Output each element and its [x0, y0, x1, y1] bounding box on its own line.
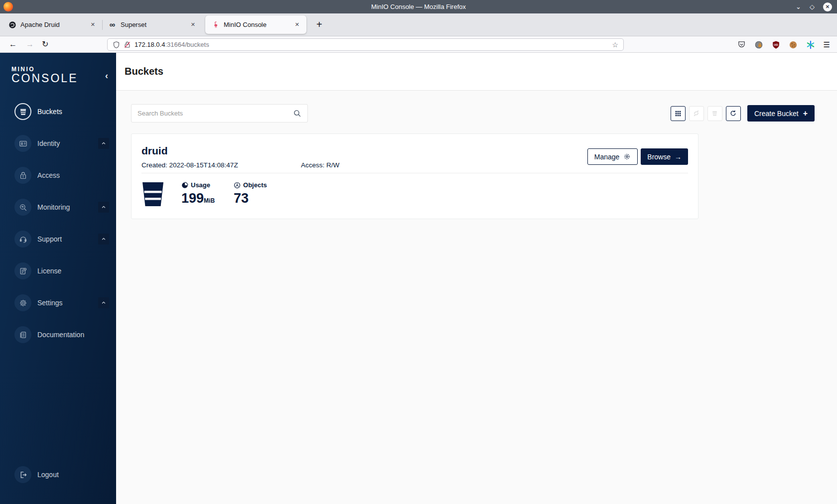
search-input[interactable]	[138, 110, 293, 117]
usage-metric: Usage 199MiB	[181, 181, 215, 207]
browse-button[interactable]: Browse →	[641, 148, 688, 165]
usage-pie-icon	[181, 182, 188, 189]
card-divider	[141, 173, 688, 173]
objects-label: Objects	[243, 181, 267, 189]
monitoring-search-icon	[14, 199, 31, 216]
sidebar-item-label: Access	[37, 171, 109, 179]
sidebar-item-label: Identity	[37, 139, 98, 147]
tab-label: Apache Druid	[20, 21, 85, 28]
back-icon[interactable]: ←	[9, 40, 17, 48]
create-bucket-label: Create Bucket	[754, 110, 799, 118]
delete-buckets-button[interactable]	[707, 106, 722, 121]
sidebar-item-settings[interactable]: Settings	[0, 287, 116, 319]
id-card-icon	[14, 135, 31, 152]
manage-button[interactable]: Manage	[587, 148, 638, 165]
window-close-button[interactable]: ✕	[823, 2, 832, 11]
bucket-card[interactable]: druid Created: 2022-08-15T14:08:47Z Acce…	[131, 133, 698, 219]
ublock-shield-icon[interactable]: UO	[772, 40, 780, 49]
search-buckets-box[interactable]	[131, 104, 308, 123]
refresh-button[interactable]	[726, 106, 741, 121]
set-replication-button[interactable]	[689, 106, 704, 121]
sidebar-item-label: Support	[37, 235, 98, 243]
tab-close-icon[interactable]: ✕	[189, 20, 197, 29]
asterisk-extension-icon[interactable]	[806, 40, 815, 49]
objects-wheel-icon	[234, 182, 241, 189]
sidebar-item-logout[interactable]: Logout	[0, 459, 116, 491]
browser-tab-strip: Apache Druid ✕ ∞ Superset ✕ MinIO Consol…	[0, 13, 837, 36]
gear-icon	[14, 294, 31, 311]
bucket-icon	[14, 103, 31, 120]
tracking-shield-icon[interactable]	[113, 41, 120, 49]
sidebar-item-label: License	[37, 267, 109, 275]
browse-arrow-icon: →	[675, 153, 682, 161]
bookmark-star-icon[interactable]: ☆	[612, 41, 618, 49]
chevron-up-icon[interactable]	[98, 234, 109, 245]
main-content: Buckets	[116, 53, 837, 504]
window-title: MinIO Console — Mozilla Firefox	[0, 3, 837, 10]
minio-console-logo: MINIO CONSOLE	[11, 66, 78, 85]
usage-value: 199	[181, 191, 204, 206]
sidebar-item-label: Documentation	[37, 331, 109, 339]
tab-minio-console[interactable]: MinIO Console ✕	[205, 15, 306, 34]
sidebar-item-label: Buckets	[37, 108, 109, 116]
url-bar[interactable]: 172.18.0.4:31664/buckets ☆	[107, 38, 624, 51]
sidebar-item-label: Monitoring	[37, 203, 98, 211]
minio-console-app: MINIO CONSOLE ‹ Buckets Identity	[0, 53, 837, 504]
insecure-lock-icon[interactable]	[124, 41, 131, 49]
grid-view-button[interactable]	[671, 106, 686, 121]
usage-label: Usage	[191, 181, 210, 189]
reload-icon[interactable]: ↻	[42, 40, 48, 48]
sidebar-menu: Buckets Identity Access	[0, 96, 116, 351]
logo-console-text: CONSOLE	[11, 72, 78, 85]
new-tab-button[interactable]: +	[316, 19, 322, 30]
superset-favicon-icon: ∞	[108, 20, 117, 29]
pocket-icon[interactable]	[737, 40, 746, 49]
forward-icon[interactable]: →	[26, 40, 34, 48]
cookie-icon[interactable]	[789, 40, 798, 49]
sidebar-item-label: Settings	[37, 299, 98, 307]
manage-gear-icon	[623, 153, 631, 160]
chevron-up-icon[interactable]	[98, 138, 109, 149]
objects-metric: Objects 73	[234, 181, 267, 207]
bucket-large-icon	[141, 181, 164, 207]
chevron-up-icon[interactable]	[98, 202, 109, 213]
tab-label: MinIO Console	[224, 21, 289, 28]
bucket-access-label: Access: R/W	[301, 161, 339, 169]
logout-icon	[14, 466, 31, 483]
usage-unit: MiB	[204, 197, 215, 204]
sidebar-item-identity[interactable]: Identity	[0, 127, 116, 159]
tab-close-icon[interactable]: ✕	[293, 20, 301, 29]
url-text[interactable]: 172.18.0.4:31664/buckets	[135, 41, 608, 48]
sidebar-item-support[interactable]: Support	[0, 223, 116, 255]
page-header: Buckets	[116, 53, 837, 91]
sidebar-item-monitoring[interactable]: Monitoring	[0, 191, 116, 223]
sidebar-collapse-icon[interactable]: ‹	[105, 71, 108, 81]
minio-flamingo-favicon-icon	[211, 20, 220, 29]
documentation-book-icon	[14, 326, 31, 343]
support-headset-icon	[14, 231, 31, 248]
chevron-up-icon[interactable]	[98, 297, 109, 308]
lock-user-icon	[14, 167, 31, 184]
manage-label: Manage	[594, 153, 620, 161]
browse-label: Browse	[647, 153, 671, 161]
tab-superset[interactable]: ∞ Superset ✕	[102, 13, 202, 36]
window-minimize-button[interactable]: ⌄	[796, 3, 801, 10]
sidebar-item-buckets[interactable]: Buckets	[0, 96, 116, 127]
tab-close-icon[interactable]: ✕	[89, 20, 97, 29]
window-titlebar: MinIO Console — Mozilla Firefox ⌄ ◇ ✕	[0, 0, 837, 13]
sidebar-item-license[interactable]: License	[0, 255, 116, 287]
tab-label: Superset	[121, 21, 185, 28]
sidebar-item-documentation[interactable]: Documentation	[0, 319, 116, 351]
svg-text:UO: UO	[774, 43, 778, 46]
hamburger-menu-icon[interactable]: ☰	[824, 40, 830, 49]
buckets-toolbar: Create Bucket +	[116, 91, 837, 140]
plus-icon: +	[803, 110, 808, 118]
tab-apache-druid[interactable]: Apache Druid ✕	[2, 13, 102, 36]
privacy-extension-icon[interactable]	[754, 40, 763, 49]
sidebar-item-label: Logout	[37, 471, 102, 479]
window-maximize-button[interactable]: ◇	[810, 3, 815, 10]
page-title: Buckets	[125, 66, 163, 77]
objects-value: 73	[234, 191, 249, 206]
create-bucket-button[interactable]: Create Bucket +	[747, 105, 815, 122]
sidebar-item-access[interactable]: Access	[0, 159, 116, 191]
